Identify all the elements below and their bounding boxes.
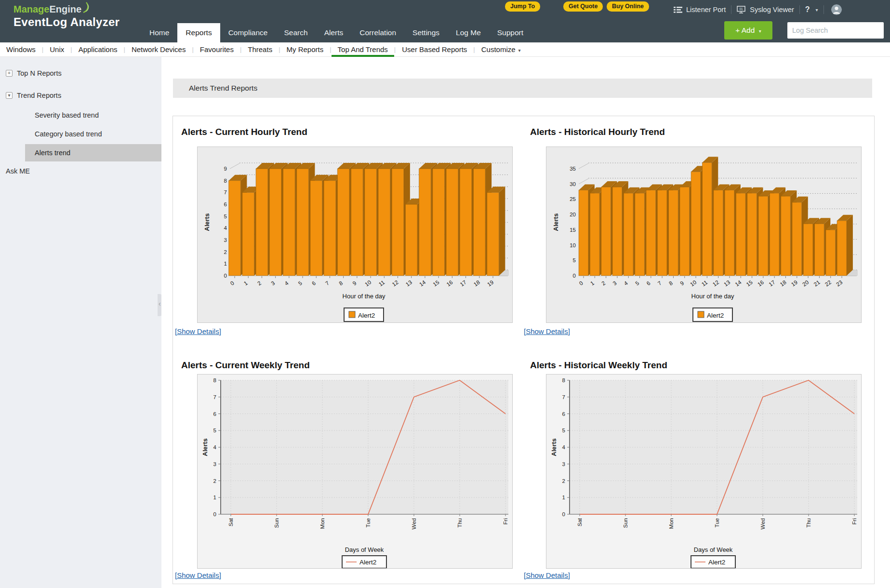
svg-text:7: 7 xyxy=(213,394,216,400)
svg-text:Alert2: Alert2 xyxy=(359,559,376,566)
utility-divider xyxy=(799,5,800,14)
syslog-viewer-label: Syslog Viewer xyxy=(750,6,794,13)
svg-text:19: 19 xyxy=(790,279,798,287)
nav-search[interactable]: Search xyxy=(276,23,316,42)
sidebar-item-label: Category based trend xyxy=(35,130,102,138)
svg-text:Fri: Fri xyxy=(503,518,508,524)
svg-text:Tue: Tue xyxy=(365,518,371,527)
expand-icon[interactable]: + xyxy=(6,70,13,77)
svg-text:1: 1 xyxy=(224,261,227,267)
svg-text:Alerts: Alerts xyxy=(203,214,211,231)
svg-text:5: 5 xyxy=(297,280,303,287)
show-details-link[interactable]: [Show Details] xyxy=(524,327,570,335)
nav-reports[interactable]: Reports xyxy=(177,23,220,42)
utility-divider xyxy=(824,5,824,14)
svg-text:15: 15 xyxy=(570,227,576,233)
tab-favourites[interactable]: Favourites xyxy=(194,42,240,57)
svg-text:8: 8 xyxy=(668,280,674,287)
product-name: EventLog Analyzer xyxy=(13,15,120,29)
svg-text:Alerts: Alerts xyxy=(201,439,209,456)
chart-canvas-alerts-historical-hourly-trend[interactable]: 0510152025303501234567891011121314151617… xyxy=(546,147,862,323)
svg-text:12: 12 xyxy=(712,279,720,287)
svg-text:Fri: Fri xyxy=(851,518,857,524)
show-details-link[interactable]: [Show Details] xyxy=(175,571,221,579)
svg-text:9: 9 xyxy=(352,280,358,287)
syslog-viewer-button[interactable]: 01 Syslog Viewer xyxy=(737,6,794,14)
svg-text:1: 1 xyxy=(213,494,216,500)
svg-text:13: 13 xyxy=(405,279,413,287)
svg-text:20: 20 xyxy=(801,279,810,287)
sidebar-item-category-based-trend[interactable]: Category based trend xyxy=(35,130,102,138)
svg-text:01: 01 xyxy=(740,7,744,11)
tab-top-and-trends[interactable]: Top And Trends xyxy=(332,42,394,57)
svg-text:4: 4 xyxy=(562,444,566,450)
chart-title: Alerts - Historical Weekly Trend xyxy=(530,360,667,371)
app-logo[interactable]: ManageEngine EventLog Analyzer xyxy=(13,4,120,29)
brand-manage: Manage xyxy=(13,4,49,15)
tab-user-based-reports[interactable]: User Based Reports xyxy=(396,42,473,57)
svg-text:Alerts: Alerts xyxy=(552,214,559,231)
caret-down-icon: ▾ xyxy=(518,48,521,53)
tab-windows[interactable]: Windows xyxy=(0,42,42,57)
nav-alerts[interactable]: Alerts xyxy=(316,23,352,42)
sidebar-item-severity-based-trend[interactable]: Severity based trend xyxy=(35,111,99,119)
sidebar-item-alerts-trend[interactable]: Alerts trend xyxy=(25,144,161,161)
log-search-input[interactable] xyxy=(787,22,884,39)
svg-text:Sun: Sun xyxy=(274,518,279,528)
svg-text:9: 9 xyxy=(679,280,685,287)
tab-my-reports[interactable]: My Reports xyxy=(280,42,330,57)
sidebar-item-label: Trend Reports xyxy=(17,92,61,99)
add-button[interactable]: + Add ▾ xyxy=(724,21,772,40)
svg-text:15: 15 xyxy=(432,279,440,287)
svg-text:11: 11 xyxy=(701,279,709,287)
chart-canvas-alerts-historical-weekly-trend[interactable]: 012345678SatSunMonTueWedThuFriDays of We… xyxy=(546,374,862,569)
sidebar-item-top-n-reports[interactable]: +Top N Reports xyxy=(6,69,62,77)
help-menu[interactable]: ? ▾ xyxy=(805,5,818,14)
svg-text:2: 2 xyxy=(600,280,606,287)
jump-to-button[interactable]: Jump To xyxy=(505,1,540,12)
svg-text:19: 19 xyxy=(486,279,494,287)
svg-text:Alert2: Alert2 xyxy=(708,559,725,566)
buy-online-button[interactable]: Buy Online xyxy=(607,1,649,12)
tab-applications[interactable]: Applications xyxy=(72,42,124,57)
listener-port-button[interactable]: Listener Port xyxy=(674,6,726,13)
chart-title: Alerts - Current Weekly Trend xyxy=(181,360,310,371)
nav-support[interactable]: Support xyxy=(489,23,531,42)
user-avatar-icon[interactable] xyxy=(831,4,842,15)
tab-unix[interactable]: Unix xyxy=(43,42,70,57)
svg-text:21: 21 xyxy=(812,279,821,287)
svg-text:Sat: Sat xyxy=(577,518,583,526)
sidebar-item-trend-reports[interactable]: ▾Trend Reports xyxy=(6,92,61,99)
svg-text:2: 2 xyxy=(224,249,227,255)
svg-text:18: 18 xyxy=(779,279,787,287)
nav-correlation[interactable]: Correlation xyxy=(351,23,404,42)
page-header: Alerts Trend Reports xyxy=(173,79,872,98)
chart-canvas-alerts-current-hourly-trend[interactable]: 0123456789012345678910111213141516171819… xyxy=(197,147,513,323)
show-details-link[interactable]: [Show Details] xyxy=(175,327,221,335)
main-content: Alerts Trend Reports Alerts - Current Ho… xyxy=(161,57,890,588)
nav-log-me[interactable]: Log Me xyxy=(448,23,489,42)
get-quote-button[interactable]: Get Quote xyxy=(563,1,603,12)
collapse-icon[interactable]: ▾ xyxy=(6,92,13,99)
svg-text:Days of Week: Days of Week xyxy=(345,546,384,553)
svg-text:7: 7 xyxy=(224,189,227,195)
svg-text:7: 7 xyxy=(562,394,565,400)
svg-text:7: 7 xyxy=(324,280,330,287)
svg-text:10: 10 xyxy=(364,279,372,287)
tab-threats[interactable]: Threats xyxy=(241,42,279,57)
chart-canvas-alerts-current-weekly-trend[interactable]: 012345678SatSunMonTueWedThuFriDays of We… xyxy=(197,374,513,569)
svg-text:0: 0 xyxy=(224,273,227,279)
svg-text:Sun: Sun xyxy=(623,518,628,528)
svg-text:23: 23 xyxy=(835,279,843,287)
sidebar-item-ask-me[interactable]: Ask ME xyxy=(6,167,30,175)
nav-home[interactable]: Home xyxy=(141,23,177,42)
customize-menu[interactable]: Customize▾ xyxy=(475,42,527,57)
show-details-link[interactable]: [Show Details] xyxy=(524,571,570,579)
nav-compliance[interactable]: Compliance xyxy=(220,23,276,42)
nav-settings[interactable]: Settings xyxy=(404,23,448,42)
svg-text:4: 4 xyxy=(283,280,290,287)
tab-network-devices[interactable]: Network Devices xyxy=(125,42,192,57)
svg-text:25: 25 xyxy=(570,196,576,202)
svg-text:Sat: Sat xyxy=(228,518,234,526)
svg-text:12: 12 xyxy=(391,279,399,287)
